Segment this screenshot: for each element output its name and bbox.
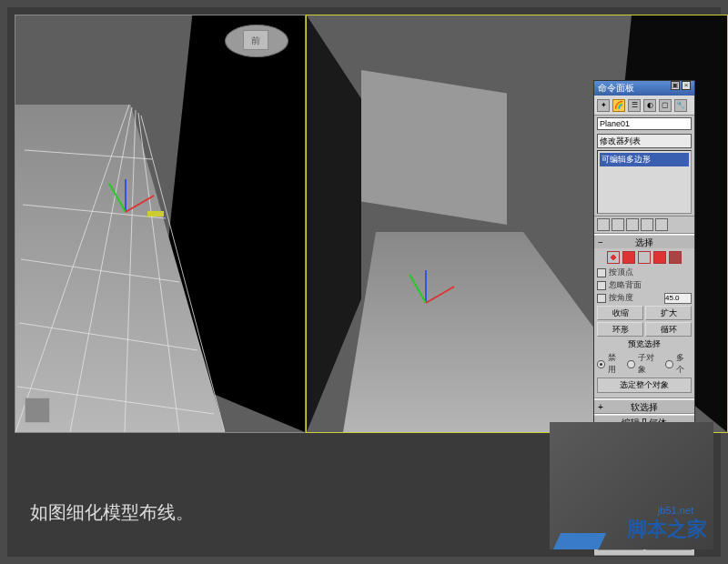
- rollout-soft-selection: 软选择: [594, 398, 694, 414]
- wall-left: [307, 15, 361, 432]
- rollout-header-selection[interactable]: 选择: [594, 235, 694, 248]
- axis-z-icon: [425, 270, 427, 303]
- watermark-url: jb51.net: [658, 505, 693, 516]
- remove-mod-icon[interactable]: [641, 218, 653, 231]
- viewcube-icon[interactable]: [25, 398, 50, 423]
- svg-line-1: [70, 107, 132, 432]
- modifier-stack[interactable]: 可编辑多边形: [597, 150, 692, 214]
- subobj-radio[interactable]: [627, 360, 635, 368]
- angle-input[interactable]: [664, 293, 692, 304]
- stack-tools: [594, 216, 694, 234]
- pin-icon[interactable]: ▣: [671, 81, 680, 90]
- select-whole-label: 选定整个对象: [597, 378, 692, 393]
- show-end-icon[interactable]: [612, 218, 624, 231]
- by-vertex-label: 按顶点: [609, 267, 633, 278]
- app-frame: 前 命令面板 ▣× ✦ 🌈 ☰: [0, 0, 728, 564]
- svg-line-6: [23, 205, 166, 218]
- disable-label: 禁用: [608, 352, 623, 376]
- display-tab-icon[interactable]: ▢: [659, 99, 672, 112]
- subobject-level-icons: [597, 251, 692, 264]
- svg-line-4: [141, 116, 225, 432]
- by-vertex-checkbox[interactable]: [597, 268, 606, 277]
- ignore-backfacing-checkbox[interactable]: [597, 281, 606, 290]
- rollout-selection: 选择 按顶点 忽略背面 按角度 收缩扩大 环形循环 预览选择 禁用 子对象 多个…: [594, 234, 694, 398]
- shrink-button[interactable]: 收缩: [597, 306, 643, 320]
- grow-button[interactable]: 扩大: [645, 306, 692, 320]
- ignore-backfacing-label: 忽略背面: [609, 279, 642, 291]
- utilities-tab-icon[interactable]: 🔧: [674, 99, 687, 112]
- pin-stack-icon[interactable]: [597, 218, 610, 231]
- svg-line-8: [19, 323, 197, 350]
- back-wall: [361, 70, 507, 225]
- axis-z-icon: [125, 179, 126, 212]
- viewport-scene: 前: [15, 15, 305, 432]
- viewport-label: 前: [243, 30, 268, 50]
- accent-shape: [553, 533, 606, 549]
- rollout-header-soft-selection[interactable]: 软选择: [594, 399, 694, 413]
- motion-tab-icon[interactable]: ◐: [643, 99, 656, 112]
- axis-xy-icon: [147, 211, 164, 217]
- ring-button[interactable]: 环形: [597, 322, 643, 337]
- panel-titlebar[interactable]: 命令面板 ▣×: [594, 81, 694, 96]
- by-angle-label: 按角度: [609, 292, 633, 304]
- by-angle-checkbox[interactable]: [597, 294, 606, 303]
- edge-level-icon[interactable]: [622, 251, 635, 264]
- panel-tabs: ✦ 🌈 ☰ ◐ ▢ 🔧: [594, 96, 694, 116]
- subobj-label: 子对象: [638, 352, 662, 376]
- close-icon[interactable]: ×: [682, 81, 691, 90]
- create-tab-icon[interactable]: ✦: [597, 99, 610, 112]
- panel-title-text: 命令面板: [598, 81, 634, 96]
- config-icon[interactable]: [655, 218, 668, 231]
- modify-tab-icon[interactable]: 🌈: [612, 99, 625, 112]
- multiple-label: 多个: [676, 352, 692, 376]
- stack-item-editable-poly[interactable]: 可编辑多边形: [600, 153, 689, 166]
- preview-selection-label: 预览选择: [597, 338, 692, 350]
- hierarchy-tab-icon[interactable]: ☰: [628, 99, 641, 112]
- border-level-icon[interactable]: [638, 251, 651, 264]
- tutorial-caption: 如图细化模型布线。: [30, 500, 194, 525]
- disable-radio[interactable]: [597, 360, 605, 368]
- floor-wireframe: [15, 105, 225, 432]
- svg-line-2: [125, 110, 136, 432]
- unique-icon[interactable]: [626, 218, 639, 231]
- element-level-icon[interactable]: [669, 251, 682, 264]
- polygon-level-icon[interactable]: [653, 251, 666, 264]
- site-logo: 脚本之家: [627, 516, 707, 543]
- viewport-left[interactable]: 前: [15, 15, 306, 433]
- svg-line-5: [25, 150, 152, 159]
- multiple-radio[interactable]: [665, 360, 673, 368]
- svg-line-3: [138, 113, 179, 432]
- svg-line-7: [21, 259, 179, 282]
- modifier-list-dropdown[interactable]: 修改器列表: [597, 134, 692, 148]
- loop-button[interactable]: 循环: [645, 322, 692, 337]
- vertex-level-icon[interactable]: [607, 251, 620, 264]
- object-name-input[interactable]: [597, 117, 692, 130]
